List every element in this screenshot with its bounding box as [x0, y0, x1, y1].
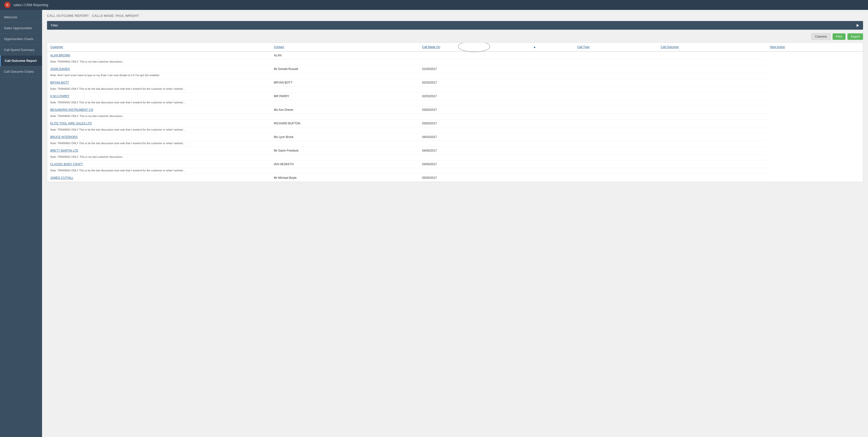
contact-cell: BRYAN BOTT [271, 79, 419, 87]
calloutcome-cell [574, 65, 658, 73]
callmadeon-highlight-circle [458, 42, 490, 52]
calloutcome-cell [574, 79, 658, 87]
col-call-made-on[interactable]: Call Made On [419, 43, 529, 52]
calloutcome-cell [574, 120, 658, 127]
table-row: BEAUMARIS INSTRUMENT COMs Ann Drever03/0… [47, 106, 863, 114]
customer-link[interactable]: BRETT MARTIN LTD [50, 149, 78, 153]
table-body: ALAN BROWNALANNote: TRAINING ONLY. This … [47, 52, 863, 182]
col-sort-indicator[interactable]: ▲ [529, 43, 574, 52]
date-cell: 01/03/2017 [419, 65, 529, 73]
contact-cell: MR PARRY [271, 93, 419, 100]
nextaction-cell [658, 93, 767, 100]
calloutcome-cell [574, 93, 658, 100]
sidebar-item-welcome[interactable]: Welcome [0, 12, 42, 23]
table-row: ALAN BROWNALAN [47, 52, 863, 59]
note-cell: Note: TRAINING ONLY This is be the last … [47, 168, 767, 174]
col-contact[interactable]: Contact [271, 43, 419, 52]
page-title: CALL OUTCOME REPORT - CALLS MADE: PAUL W… [47, 14, 863, 18]
data-table-wrapper: Customer Contact Call Made On ▲ Call Typ… [47, 42, 863, 182]
customer-link[interactable]: BRUCE INTERIORS [50, 135, 78, 139]
table-row: JAMES CUTHILLMr Michael Boyle05/03/2017 [47, 174, 863, 182]
note-cell: Note: TRAINING ONLY. This is my last cus… [47, 114, 767, 120]
calloutcome-header-label: Call Outcome [661, 45, 679, 49]
svg-text:C: C [6, 3, 9, 7]
calloutcome-cell [574, 52, 658, 59]
sidebar-item-call-spend-summary[interactable]: Call Spend Summary [0, 44, 42, 56]
contact-cell: RICHARD BUFTON [271, 120, 419, 127]
note-cell: Note: TRAINING ONLY This is be the last … [47, 127, 767, 133]
customer-link[interactable]: JAMES CUTHILL [50, 176, 73, 179]
sidebar-item-call-outcome-charts[interactable]: Call Outcome Charts [0, 66, 42, 77]
customer-header-label: Customer [50, 45, 63, 49]
calloutcome-cell [574, 147, 658, 155]
table-header: Customer Contact Call Made On ▲ Call Typ… [47, 43, 863, 52]
calltype-cell [529, 174, 574, 182]
note-cell: Note: TRAINING ONLY This is be the last … [47, 100, 767, 106]
filter-expand-icon[interactable] [857, 24, 859, 27]
nextaction-cell [658, 106, 767, 114]
nextaction-cell [658, 161, 767, 168]
calltype-cell [529, 133, 574, 141]
layout: WelcomeSales OpportunitiesOpportunities … [0, 10, 868, 437]
table-row: BRETT MARTIN LTDMr Gavin Freeland04/03/2… [47, 147, 863, 155]
contact-cell: Ms Lynn Brook [271, 133, 419, 141]
date-cell: 03/03/2017 [419, 120, 529, 127]
note-row: Note: And I don't even have to type to m… [47, 73, 863, 79]
note-row: Note: TRAINING ONLY This is be the last … [47, 141, 863, 147]
sidebar-item-opportunities-charts[interactable]: Opportunities Charts [0, 34, 42, 44]
col-call-type[interactable]: Call Type [574, 43, 658, 52]
columns-button[interactable]: Columns [811, 33, 830, 40]
app-title: sales-i CRM Reporting [13, 3, 48, 7]
calltype-cell [529, 120, 574, 127]
date-cell: 02/03/2017 [419, 93, 529, 100]
calltype-cell [529, 93, 574, 100]
note-row: Note: TRAINING ONLY This is be the last … [47, 87, 863, 93]
calltype-cell [529, 161, 574, 168]
customer-link[interactable]: CLASSIC BODY CRAFT [50, 163, 83, 166]
note-row: Note: TRAINING ONLY This is be the last … [47, 100, 863, 106]
customer-link[interactable]: H M H PARRY [50, 95, 69, 98]
nextaction-cell [658, 174, 767, 182]
sidebar-item-call-outcome-report[interactable]: Call Outcome Report [0, 56, 42, 66]
customer-link[interactable]: ALAN BROWN [50, 54, 70, 57]
calltype-cell [529, 147, 574, 155]
col-customer[interactable]: Customer [47, 43, 271, 52]
customer-link[interactable]: BRYAN BOTT [50, 81, 69, 84]
note-row: Note: TRAINING ONLY This is be the last … [47, 168, 863, 174]
topbar: C sales-i CRM Reporting [0, 0, 868, 10]
sidebar: WelcomeSales OpportunitiesOpportunities … [0, 10, 42, 437]
date-cell: 05/03/2017 [419, 174, 529, 182]
table-row: BRYAN BOTTBRYAN BOTT02/03/2017 [47, 79, 863, 87]
calltype-header-label: Call Type [577, 45, 590, 49]
nextaction-cell [658, 133, 767, 141]
filter-bar[interactable]: Filter [47, 21, 863, 30]
print-button[interactable]: Print [833, 33, 846, 40]
app-logo: C [4, 1, 11, 8]
customer-link[interactable]: ELITE TOOL HIRE SALES LTD [50, 122, 92, 125]
col-next-action[interactable]: Next Action [767, 43, 863, 52]
contact-header-label: Contact [274, 45, 284, 49]
main-content: CALL OUTCOME REPORT - CALLS MADE: PAUL W… [42, 10, 868, 437]
customer-link[interactable]: BEAUMARIS INSTRUMENT CO [50, 108, 93, 111]
calloutcome-cell [574, 133, 658, 141]
table-row: JOHN DAVIESMr Donald Russell01/03/2017 [47, 65, 863, 73]
contact-cell: Ms Ann Drever [271, 106, 419, 114]
calloutcome-cell [574, 161, 658, 168]
calltype-cell [529, 106, 574, 114]
col-call-outcome[interactable]: Call Outcome [658, 43, 767, 52]
note-row: Note: TRAINING ONLY. This is my last cus… [47, 59, 863, 65]
table-row: ELITE TOOL HIRE SALES LTDRICHARD BUFTON0… [47, 120, 863, 127]
note-cell: Note: TRAINING ONLY This is be the last … [47, 141, 767, 147]
note-cell: Note: And I don't even have to type to m… [47, 73, 767, 79]
export-button[interactable]: Export [847, 33, 863, 40]
table-row: H M H PARRYMR PARRY02/03/2017 [47, 93, 863, 100]
callmadeon-header-label: Call Made On [422, 45, 440, 49]
sidebar-item-sales-opportunities[interactable]: Sales Opportunities [0, 23, 42, 34]
nextaction-cell [658, 79, 767, 87]
nextaction-cell [658, 52, 767, 59]
customer-link[interactable]: JOHN DAVIES [50, 67, 70, 71]
note-cell: Note: TRAINING ONLY. This is my last cus… [47, 59, 767, 65]
filter-label: Filter [51, 24, 58, 27]
note-cell: Note: TRAINING ONLY This is be the last … [47, 87, 767, 93]
calltype-cell [529, 65, 574, 73]
